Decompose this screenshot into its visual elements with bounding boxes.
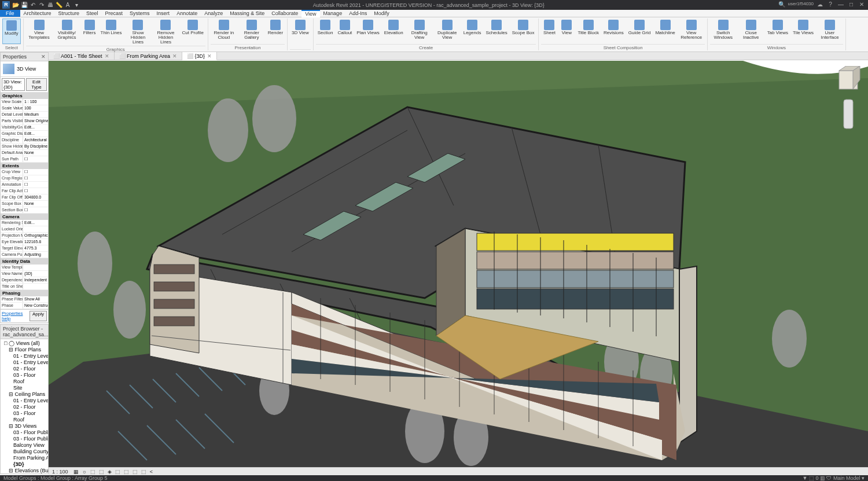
ribbon-duplicate-view-button[interactable]: Duplicate View bbox=[434, 19, 461, 44]
ribbon-remove-hidden-lines-button[interactable]: Remove Hidden Lines bbox=[152, 19, 179, 46]
tree-node[interactable]: 03 - Floor bbox=[2, 410, 47, 417]
search-icon[interactable]: 🔍 bbox=[778, 1, 786, 9]
qat-undo-icon[interactable]: ↶ bbox=[30, 2, 36, 9]
ribbon-cut-profile-button[interactable]: Cut Profile bbox=[180, 19, 205, 46]
view-scale[interactable]: 1 : 100 bbox=[52, 469, 68, 475]
prop-row[interactable]: Eye Elevation122165.8 bbox=[1, 239, 48, 245]
ribbon-elevation-button[interactable]: Elevation bbox=[382, 19, 405, 44]
tree-node[interactable]: 03 - Floor Public - Day Re bbox=[2, 429, 47, 436]
ribbon-close-inactive-button[interactable]: Close Inactive bbox=[738, 19, 764, 44]
view-control-icon[interactable]: ⬚ bbox=[99, 469, 104, 475]
help-icon[interactable]: ? bbox=[826, 1, 834, 9]
prop-row[interactable]: Parts VisibilityShow Original bbox=[1, 118, 48, 124]
prop-row[interactable]: DisciplineArchitectural bbox=[1, 137, 48, 144]
qat-align-icon[interactable]: A bbox=[64, 2, 71, 9]
prop-row[interactable]: PhaseNew Construction bbox=[1, 303, 48, 309]
prop-row[interactable]: Crop View☐ bbox=[1, 169, 48, 175]
prop-row[interactable]: Sun Path☐ bbox=[1, 156, 48, 163]
tab-structure[interactable]: Structure bbox=[55, 10, 83, 17]
prop-row[interactable]: Rendering Setti...Edit... bbox=[1, 220, 48, 226]
qat-save-icon[interactable]: 💾 bbox=[21, 2, 28, 9]
nav-bar[interactable] bbox=[844, 100, 853, 128]
ribbon-view-reference-button[interactable]: View Reference bbox=[678, 19, 705, 44]
view-control-icon[interactable]: ⬚ bbox=[141, 469, 146, 475]
tab-close-icon[interactable]: ✕ bbox=[172, 52, 177, 60]
ribbon-view-templates-button[interactable]: View Templates bbox=[26, 19, 53, 46]
file-tab[interactable]: File bbox=[0, 10, 20, 17]
tab-manage[interactable]: Manage bbox=[320, 10, 346, 17]
minimize-icon[interactable]: — bbox=[837, 1, 845, 9]
ribbon-show-hidden-lines-button[interactable]: Show Hidden Lines bbox=[124, 19, 151, 46]
ribbon-sheet-button[interactable]: Sheet bbox=[541, 19, 557, 44]
qat-more-icon[interactable]: ▾ bbox=[73, 2, 80, 9]
prop-row[interactable]: View Name{3D} bbox=[1, 271, 48, 277]
ribbon-revisions-button[interactable]: Revisions bbox=[602, 19, 626, 44]
prop-row[interactable]: Annotation Crop☐ bbox=[1, 182, 48, 188]
ribbon-user-interface-button[interactable]: User Interface bbox=[816, 19, 843, 44]
ribbon-render-button[interactable]: Render bbox=[266, 19, 285, 44]
ribbon-tab-views-button[interactable]: Tab Views bbox=[766, 19, 790, 44]
prop-row[interactable]: Title on Sheet bbox=[1, 284, 48, 290]
tab-collaborate[interactable]: Collaborate bbox=[268, 10, 301, 17]
tree-node[interactable]: 01 - Entry Level bbox=[2, 398, 47, 404]
tree-node[interactable]: Balcony View bbox=[2, 442, 47, 449]
tab-add-ins[interactable]: Add-Ins bbox=[345, 10, 370, 17]
prop-row[interactable]: Graphic Display ...Edit... bbox=[1, 131, 48, 137]
tab-steel[interactable]: Steel bbox=[83, 10, 102, 17]
prop-row[interactable]: Target Elevation4775.3 bbox=[1, 245, 48, 252]
tab-close-icon[interactable]: ✕ bbox=[207, 52, 212, 60]
view-control-icon[interactable]: ▦ bbox=[73, 469, 79, 475]
ribbon-render-gallery-button[interactable]: Render Gallery bbox=[238, 19, 265, 44]
tab-insert[interactable]: Insert bbox=[153, 10, 174, 17]
tree-node[interactable]: ⊟ Elevations (Building Elevation bbox=[2, 468, 47, 474]
ribbon-thin-lines-button[interactable]: Thin Lines bbox=[99, 19, 124, 46]
tree-node[interactable]: Building Courtyard bbox=[2, 449, 47, 455]
ribbon-modify-button[interactable]: Modify bbox=[2, 19, 21, 44]
prop-row[interactable]: Crop Region Vis...☐ bbox=[1, 175, 48, 182]
view-control-icon[interactable]: ⬚ bbox=[133, 469, 138, 475]
ribbon-guide-grid-button[interactable]: Guide Grid bbox=[627, 19, 653, 44]
user-label[interactable]: user1f54030 bbox=[788, 1, 814, 9]
maximize-icon[interactable]: □ bbox=[847, 1, 855, 9]
view-control-icon[interactable]: ⬚ bbox=[124, 469, 129, 475]
view-control-icon[interactable]: ◈ bbox=[108, 469, 112, 475]
qat-open-icon[interactable]: 📂 bbox=[12, 2, 19, 9]
tab-precast[interactable]: Precast bbox=[102, 10, 127, 17]
close-icon[interactable]: ✕ bbox=[858, 1, 866, 9]
qat-measure-icon[interactable]: 📏 bbox=[56, 2, 62, 9]
tree-node[interactable]: □ ◯ Views (all) bbox=[2, 340, 47, 347]
prop-row[interactable]: Show Hidden Li...By Discipline bbox=[1, 144, 48, 150]
tree-node[interactable]: ⊟ Ceiling Plans bbox=[2, 391, 47, 398]
prop-row[interactable]: DependencyIndependent bbox=[1, 277, 48, 284]
ribbon-matchline-button[interactable]: Matchline bbox=[653, 19, 676, 44]
prop-row[interactable]: Scope BoxNone bbox=[1, 201, 48, 207]
ribbon-filters-button[interactable]: Filters bbox=[82, 19, 98, 46]
ribbon-title-block-button[interactable]: Title Block bbox=[576, 19, 601, 44]
doc-tab[interactable]: ⬜ {3D}✕ bbox=[182, 52, 217, 60]
tab-massing-site[interactable]: Massing & Site bbox=[226, 10, 268, 17]
prop-row[interactable]: Far Clip Offset304800.0 bbox=[1, 194, 48, 201]
qat-redo-icon[interactable]: ↷ bbox=[38, 2, 45, 9]
doc-tab[interactable]: ⬜ From Parking Area✕ bbox=[115, 52, 183, 60]
tree-node[interactable]: 02 - Floor bbox=[2, 366, 47, 372]
ribbon-tile-views-button[interactable]: Tile Views bbox=[791, 19, 815, 44]
prop-row[interactable]: View Scale1 : 100 bbox=[1, 99, 48, 105]
edit-type-button[interactable]: Edit Type bbox=[26, 78, 47, 91]
properties-help-link[interactable]: Properties help bbox=[2, 311, 30, 321]
tree-node[interactable]: Roof bbox=[2, 417, 47, 423]
tree-node[interactable]: From Parking Area bbox=[2, 455, 47, 461]
tab-analyze[interactable]: Analyze bbox=[201, 10, 226, 17]
prop-row[interactable]: Detail LevelMedium bbox=[1, 112, 48, 118]
tree-node[interactable]: 01 - Entry Level bbox=[2, 353, 47, 359]
ribbon--d-view-button[interactable]: 3D View bbox=[290, 19, 311, 49]
ribbon-legends-button[interactable]: Legends bbox=[462, 19, 483, 44]
tab-view[interactable]: View bbox=[301, 10, 319, 17]
doc-tab[interactable]: ⬜ A001 - Title Sheet✕ bbox=[49, 52, 115, 60]
prop-row[interactable]: Default Analysis...None bbox=[1, 150, 48, 156]
tree-node[interactable]: ⊟ Floor Plans bbox=[2, 347, 47, 353]
tab-close-icon[interactable]: ✕ bbox=[105, 52, 109, 60]
ribbon-plan-views-button[interactable]: Plan Views bbox=[355, 19, 381, 44]
tree-node[interactable]: Site bbox=[2, 385, 47, 391]
tree-node[interactable]: 01 - Entry Level - Furnitur bbox=[2, 359, 47, 366]
ribbon-switch-windows-button[interactable]: Switch Windows bbox=[710, 19, 737, 44]
